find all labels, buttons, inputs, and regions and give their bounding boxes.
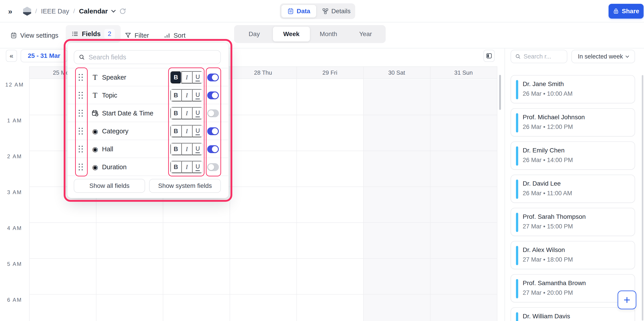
date-range-button[interactable]: 25 - 31 Mar xyxy=(21,49,68,62)
fields-search-input[interactable] xyxy=(88,54,216,61)
weekend-column-shading xyxy=(363,79,430,321)
underline-button[interactable]: U xyxy=(192,89,203,101)
italic-button[interactable]: I xyxy=(182,89,192,101)
text-field-icon: T xyxy=(91,86,99,104)
record-search-input[interactable] xyxy=(524,53,557,60)
search-icon xyxy=(79,54,85,60)
bold-button[interactable]: B xyxy=(170,143,182,155)
time-label: 5 AM xyxy=(0,261,29,267)
record-card[interactable]: Dr. William Davis xyxy=(510,307,635,321)
underline-button[interactable]: U xyxy=(192,71,203,84)
hour-line xyxy=(29,222,497,223)
field-name: Duration xyxy=(102,158,127,176)
record-card[interactable]: Dr. Jane Smith 26 Mar • 10:00 AM xyxy=(510,75,635,103)
record-card[interactable]: Dr. David Lee 26 Mar • 11:00 AM xyxy=(510,174,635,203)
italic-button[interactable]: I xyxy=(182,71,192,84)
drag-handle-icon[interactable] xyxy=(78,73,84,82)
field-name: Speaker xyxy=(102,68,126,86)
field-visibility-toggle[interactable] xyxy=(207,127,219,135)
record-title: Prof. Michael Johnson xyxy=(523,114,585,121)
breadcrumb-separator: / xyxy=(73,8,75,15)
field-visibility-toggle[interactable] xyxy=(207,145,219,153)
record-filter-label: In selected week xyxy=(578,53,623,60)
fields-count-badge: 2 xyxy=(104,29,115,39)
time-label: 12 AM xyxy=(0,82,29,88)
field-row: ◉ Category BIU xyxy=(68,122,229,140)
expand-sidebar-icon[interactable]: » xyxy=(8,7,12,16)
drag-handle-icon[interactable] xyxy=(78,163,84,171)
drag-handle-icon[interactable] xyxy=(78,91,84,100)
breadcrumb-current[interactable]: Calendar xyxy=(79,8,108,15)
record-subtitle: 27 Mar • 20:00 PM xyxy=(523,290,573,296)
tab-year[interactable]: Year xyxy=(347,27,384,42)
bold-button[interactable]: B xyxy=(170,107,182,119)
record-search-box[interactable] xyxy=(510,50,567,63)
day-header-cell: 31 Sun xyxy=(430,67,497,78)
italic-button[interactable]: I xyxy=(182,125,192,137)
chevron-down-icon[interactable] xyxy=(111,8,116,12)
show-system-fields-button[interactable]: Show system fields xyxy=(149,179,221,193)
record-subtitle: 27 Mar • 15:00 PM xyxy=(523,223,573,230)
field-visibility-toggle[interactable] xyxy=(207,74,219,81)
record-card[interactable]: Dr. Emily Chen 26 Mar • 14:00 PM xyxy=(510,142,635,170)
underline-button[interactable]: U xyxy=(192,161,203,173)
breadcrumb-base[interactable]: IEEE Day xyxy=(41,8,69,15)
record-accent-bar xyxy=(516,180,518,199)
record-subtitle: 27 Mar • 18:00 PM xyxy=(523,256,573,263)
underline-button[interactable]: U xyxy=(192,107,203,119)
share-button[interactable]: Share xyxy=(608,4,644,18)
record-card[interactable]: Prof. Samantha Brown 27 Mar • 20:00 PM xyxy=(510,274,635,302)
drag-handle-icon[interactable] xyxy=(78,145,84,153)
fields-search-box[interactable] xyxy=(74,50,221,64)
bold-button[interactable]: B xyxy=(170,71,182,84)
hour-line xyxy=(29,294,497,294)
column-border xyxy=(497,66,497,321)
add-record-button[interactable]: + xyxy=(618,290,636,309)
filter-label: Filter xyxy=(134,32,149,39)
record-card[interactable]: Prof. Sarah Thompson 27 Mar • 15:00 PM xyxy=(510,208,635,236)
field-visibility-toggle[interactable] xyxy=(207,92,219,99)
bold-button[interactable]: B xyxy=(170,89,182,101)
sidebar-scrollbar[interactable] xyxy=(642,75,643,320)
field-visibility-toggle[interactable] xyxy=(207,110,219,117)
tab-month[interactable]: Month xyxy=(310,27,347,42)
tab-day[interactable]: Day xyxy=(236,27,273,42)
underline-button[interactable]: U xyxy=(192,125,203,137)
bold-button[interactable]: B xyxy=(170,125,182,137)
calendar-scrollbar[interactable] xyxy=(499,75,501,110)
field-name: Topic xyxy=(102,86,117,104)
field-visibility-toggle[interactable] xyxy=(207,163,219,171)
italic-button[interactable]: I xyxy=(182,143,192,155)
column-border xyxy=(363,66,364,321)
calendar-view-tabs: Day Week Month Year xyxy=(234,25,386,43)
drag-handle-icon[interactable] xyxy=(78,127,84,136)
underline-button[interactable]: U xyxy=(192,143,203,155)
view-switch-details[interactable]: Details xyxy=(316,5,356,18)
workspace-logo-icon[interactable] xyxy=(23,7,31,16)
column-border xyxy=(296,66,297,321)
format-button-group: BIU xyxy=(170,160,203,174)
italic-button[interactable]: I xyxy=(182,107,192,119)
record-accent-bar xyxy=(516,246,518,265)
toggle-side-panel-button[interactable] xyxy=(484,50,495,62)
record-card[interactable]: Dr. Alex Wilson 27 Mar • 18:00 PM xyxy=(510,241,635,269)
view-settings-button[interactable]: View settings xyxy=(10,22,58,48)
field-row: ◉ Duration BIU xyxy=(68,158,229,176)
search-icon xyxy=(515,54,521,60)
day-header-cell: 28 Thu xyxy=(230,67,296,78)
record-card[interactable]: Prof. Michael Johnson 26 Mar • 12:00 PM xyxy=(510,108,635,136)
refresh-icon[interactable] xyxy=(119,8,126,15)
previous-week-button[interactable]: « xyxy=(6,50,17,62)
record-filter-dropdown[interactable]: In selected week xyxy=(571,50,635,63)
drag-handle-icon[interactable] xyxy=(78,109,84,118)
bold-button[interactable]: B xyxy=(170,161,182,173)
day-header-cell: 29 Fri xyxy=(296,67,363,78)
fields-button[interactable]: Fields 2 xyxy=(66,25,121,42)
show-all-fields-button[interactable]: Show all fields xyxy=(74,179,145,193)
column-border xyxy=(29,66,30,321)
italic-button[interactable]: I xyxy=(182,161,192,173)
record-title: Dr. Jane Smith xyxy=(523,80,564,88)
view-switch-data[interactable]: Data xyxy=(282,5,316,18)
tab-week[interactable]: Week xyxy=(273,27,310,42)
field-row: T Speaker BIU xyxy=(68,68,229,86)
